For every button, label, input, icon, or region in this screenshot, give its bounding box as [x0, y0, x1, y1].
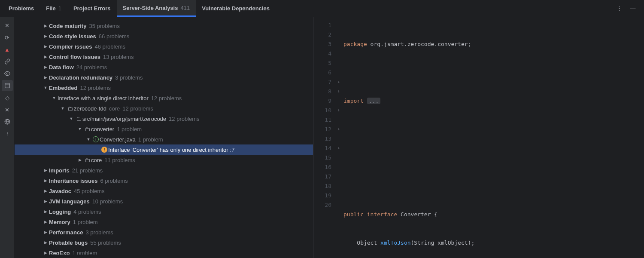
warning-icon: !	[100, 147, 108, 153]
folder-row[interactable]: ▶🗀core11 problems	[15, 155, 313, 165]
chevron-right-icon[interactable]: ▶	[42, 44, 49, 49]
chevron-right-icon[interactable]: ▶	[42, 230, 49, 234]
clear-icon[interactable]: ✕	[2, 104, 13, 115]
tab-label: File	[46, 5, 55, 12]
chevron-right-icon[interactable]: ▶	[42, 178, 49, 183]
category-row[interactable]: ▶Compiler issues46 problems	[15, 41, 313, 52]
chevron-right-icon[interactable]: ▶	[42, 65, 49, 69]
main-split: ✕ ⟳ ▲ ◇ ✕ ⁝ ▶Code maturity35 problems ▶C…	[0, 17, 644, 258]
java-interface-icon: I	[92, 136, 100, 142]
tab-problems[interactable]: Problems	[3, 0, 40, 17]
link-icon[interactable]	[2, 56, 13, 67]
tab-label: Server-Side Analysis	[123, 5, 178, 11]
category-row[interactable]: ▶Declaration redundancy3 problems	[15, 72, 313, 83]
category-row[interactable]: ▶Data flow24 problems	[15, 62, 313, 72]
more-actions-icon[interactable]: ⋮	[614, 3, 624, 14]
chevron-down-icon[interactable]: ▼	[59, 106, 66, 111]
category-row[interactable]: ▶Javadoc45 problems	[15, 186, 313, 196]
category-row[interactable]: ▶Code maturity35 problems	[15, 21, 313, 31]
chevron-right-icon[interactable]: ▶	[76, 158, 83, 162]
globe-icon[interactable]	[2, 116, 13, 127]
code-icon[interactable]: ◇	[2, 92, 13, 103]
module-row[interactable]: ▼🗀zerocode-tddcore12 problems	[15, 103, 313, 114]
problems-tabbar: Problems File1 Project Errors Server-Sid…	[0, 0, 644, 17]
file-row[interactable]: ▼IConverter.java1 problem	[15, 134, 313, 144]
expand-icon[interactable]: ⁝	[2, 128, 13, 139]
tab-label: Problems	[9, 5, 34, 12]
tab-count: 1	[58, 5, 61, 12]
chevron-right-icon[interactable]: ▶	[42, 240, 49, 245]
implements-icon[interactable]: ⬇	[335, 77, 343, 87]
problem-row[interactable]: !Interface 'Converter' has only one dire…	[15, 144, 313, 155]
folder-icon: 🗀	[66, 105, 74, 112]
problems-tree: ▶Code maturity35 problems ▶Code style is…	[15, 17, 313, 258]
line-number-gutter: 1 2 3 4 5 6 7 8 9 10 11 12 13 14 15 16 1…	[313, 17, 335, 258]
tab-count: 411	[180, 5, 190, 11]
preview-icon[interactable]	[2, 80, 13, 91]
code-area[interactable]: package org.jsmart.zerocode.converter; i…	[343, 17, 644, 258]
path-row[interactable]: ▼🗀src/main/java/org/jsmart/zerocode12 pr…	[15, 114, 313, 124]
minimize-icon[interactable]: —	[628, 3, 638, 14]
chevron-right-icon[interactable]: ▶	[42, 199, 49, 203]
chevron-right-icon[interactable]: ▶	[42, 24, 49, 28]
category-row[interactable]: ▶Probable bugs55 problems	[15, 237, 313, 248]
implements-icon[interactable]: ⬇	[335, 106, 343, 115]
user-icon[interactable]: ▲	[2, 44, 13, 55]
category-row[interactable]: ▶Imports21 problems	[15, 165, 313, 175]
close-icon[interactable]: ✕	[2, 20, 13, 31]
chevron-right-icon[interactable]: ▶	[42, 220, 49, 224]
tab-vulnerable-dependencies[interactable]: Vulnerable Dependencies	[196, 0, 276, 17]
folder-row[interactable]: ▼🗀converter1 problem	[15, 124, 313, 134]
implements-icon[interactable]: ⬇	[335, 144, 343, 153]
category-row[interactable]: ▶Inheritance issues6 problems	[15, 175, 313, 186]
chevron-right-icon[interactable]: ▶	[42, 75, 49, 80]
folder-icon: 🗀	[75, 116, 82, 122]
chevron-right-icon[interactable]: ▶	[42, 251, 49, 255]
fold-marker[interactable]: ...	[367, 98, 380, 104]
tab-project-errors[interactable]: Project Errors	[67, 0, 117, 17]
tab-file[interactable]: File1	[40, 0, 67, 17]
implements-icon[interactable]: ⬇	[335, 125, 343, 134]
chevron-down-icon[interactable]: ▼	[76, 127, 83, 131]
folder-icon: 🗀	[83, 126, 91, 132]
chevron-down-icon[interactable]: ▼	[51, 96, 58, 100]
category-row[interactable]: ▶JVM languages10 problems	[15, 196, 313, 206]
chevron-down-icon[interactable]: ▼	[85, 137, 92, 141]
category-row[interactable]: ▶Performance3 problems	[15, 227, 313, 237]
refresh-icon[interactable]: ⟳	[2, 32, 13, 43]
category-row[interactable]: ▶RegExp1 problem	[15, 248, 313, 255]
chevron-right-icon[interactable]: ▶	[42, 55, 49, 59]
tab-label: Vulnerable Dependencies	[202, 5, 270, 12]
chevron-down-icon[interactable]: ▼	[68, 117, 75, 121]
chevron-right-icon[interactable]: ▶	[42, 168, 49, 172]
chevron-right-icon[interactable]: ▶	[42, 209, 49, 214]
implements-icon[interactable]: ⬇	[335, 87, 343, 96]
category-row[interactable]: ▶Control flow issues13 problems	[15, 52, 313, 62]
chevron-right-icon[interactable]: ▶	[42, 189, 49, 193]
category-row[interactable]: ▶Code style issues66 problems	[15, 31, 313, 41]
category-row[interactable]: ▶Memory1 problem	[15, 217, 313, 227]
problems-toolbar: ✕ ⟳ ▲ ◇ ✕ ⁝	[0, 17, 15, 258]
code-preview: 1 2 3 4 5 6 7 8 9 10 11 12 13 14 15 16 1…	[313, 17, 644, 258]
folder-icon: 🗀	[83, 157, 91, 163]
chevron-right-icon[interactable]: ▶	[42, 34, 49, 38]
chevron-down-icon[interactable]: ▼	[42, 86, 49, 90]
gutter-marks: ⬇ ⬇ ⬇ ⬇ ⬇	[335, 17, 343, 258]
svg-rect-1	[5, 83, 9, 88]
category-row-expanded[interactable]: ▼Embedded12 problems	[15, 83, 313, 93]
category-row[interactable]: ▶Logging4 problems	[15, 206, 313, 217]
tab-label: Project Errors	[73, 5, 111, 12]
tabbar-actions: ⋮ —	[614, 3, 641, 14]
tab-server-side-analysis[interactable]: Server-Side Analysis411	[117, 0, 196, 17]
eye-icon[interactable]	[2, 68, 13, 79]
svg-point-0	[6, 73, 8, 74]
inspection-row[interactable]: ▼Interface with a single direct inherito…	[15, 93, 313, 103]
